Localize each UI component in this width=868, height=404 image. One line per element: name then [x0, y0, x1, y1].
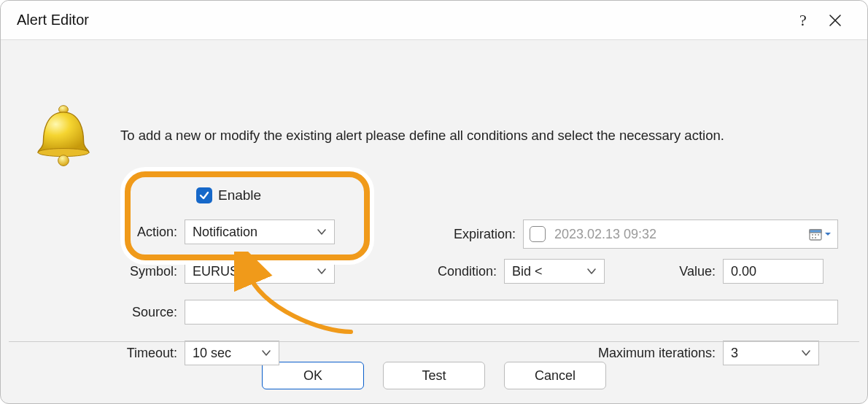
- condition-value: Bid <: [512, 264, 543, 279]
- close-icon: [829, 14, 842, 27]
- chevron-down-icon: [801, 349, 811, 357]
- chevron-down-icon: [586, 268, 597, 275]
- enable-row: Enable: [196, 187, 261, 203]
- expiration-field[interactable]: 2023.02.13 09:32: [523, 220, 838, 249]
- condition-row: Condition: Bid <: [395, 259, 605, 284]
- timeout-select[interactable]: 10 sec: [185, 341, 279, 365]
- enable-label: Enable: [218, 187, 261, 203]
- checkmark-icon: [199, 190, 209, 201]
- value-value: 0.00: [731, 264, 756, 279]
- action-select[interactable]: Notification: [185, 220, 335, 244]
- chevron-down-icon: [317, 228, 327, 236]
- value-input[interactable]: 0.00: [723, 259, 824, 284]
- alert-editor-dialog: Alert Editor ?: [0, 0, 868, 404]
- annotation-highlight-box: [125, 171, 370, 260]
- timeout-label: Timeout:: [88, 346, 185, 361]
- symbol-label: Symbol:: [88, 264, 185, 279]
- enable-checkbox[interactable]: [196, 187, 212, 203]
- test-button-label: Test: [422, 368, 446, 384]
- dialog-body: To add a new or modify the existing aler…: [1, 40, 867, 348]
- dropdown-arrow-icon: [824, 230, 832, 238]
- chevron-down-icon: [261, 349, 271, 357]
- max-iterations-label: Maximum iterations:: [497, 346, 723, 361]
- bell-icon: [30, 103, 97, 170]
- expiration-row: Expiration: 2023.02.13 09:32: [395, 220, 838, 249]
- cancel-button-label: Cancel: [535, 368, 576, 384]
- titlebar: Alert Editor ?: [1, 1, 867, 40]
- window-title: Alert Editor: [17, 12, 787, 28]
- ok-button-label: OK: [303, 368, 322, 384]
- footer-separator: [9, 341, 859, 342]
- action-value: Notification: [193, 225, 257, 240]
- value-label: Value:: [643, 264, 723, 279]
- condition-label: Condition:: [395, 264, 504, 279]
- action-row: Action: Notification: [88, 220, 335, 244]
- timeout-row: Timeout: 10 sec: [88, 341, 279, 365]
- calendar-icon: [808, 227, 823, 241]
- intro-text: To add a new or modify the existing aler…: [120, 128, 724, 144]
- cancel-button[interactable]: Cancel: [504, 362, 606, 389]
- condition-select[interactable]: Bid <: [504, 259, 605, 284]
- expiration-checkbox[interactable]: [530, 226, 546, 242]
- svg-point-2: [58, 155, 69, 166]
- action-label: Action:: [88, 225, 185, 240]
- help-button[interactable]: ?: [787, 7, 819, 34]
- source-label: Source:: [88, 305, 185, 320]
- source-row: Source:: [88, 300, 838, 325]
- test-button[interactable]: Test: [383, 362, 485, 389]
- ok-button[interactable]: OK: [262, 362, 364, 389]
- value-row: Value: 0.00: [643, 259, 824, 284]
- max-iterations-select[interactable]: 3: [723, 341, 819, 365]
- expiration-value: 2023.02.13 09:32: [554, 227, 808, 242]
- timeout-value: 10 sec: [193, 346, 231, 361]
- max-iterations-value: 3: [731, 346, 738, 361]
- symbol-value: EURUSD: [193, 264, 248, 279]
- source-input[interactable]: [185, 300, 838, 325]
- svg-rect-4: [810, 230, 821, 233]
- max-iterations-row: Maximum iterations: 3: [497, 341, 819, 365]
- symbol-row: Symbol: EURUSD: [88, 259, 335, 284]
- symbol-select[interactable]: EURUSD: [185, 259, 335, 284]
- chevron-down-icon: [317, 268, 327, 275]
- expiration-label: Expiration:: [395, 227, 523, 242]
- close-button[interactable]: [819, 7, 851, 34]
- expiration-datepicker-button[interactable]: [808, 227, 832, 241]
